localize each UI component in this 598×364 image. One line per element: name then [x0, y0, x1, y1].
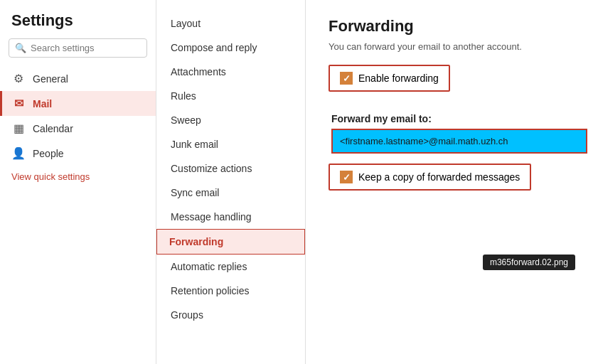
menu-item-sync[interactable]: Sync email — [156, 181, 305, 205]
keep-copy-box[interactable]: Keep a copy of forwarded messages — [329, 164, 531, 191]
menu-item-retention[interactable]: Retention policies — [156, 279, 305, 303]
menu-item-rules[interactable]: Rules — [156, 84, 305, 108]
people-icon: 👤 — [11, 146, 26, 160]
calendar-icon: ▦ — [11, 122, 26, 135]
page-subtitle: You can forward your email to another ac… — [329, 41, 575, 52]
keep-copy-checkbox[interactable] — [340, 171, 353, 183]
gear-icon: ⚙ — [11, 72, 26, 85]
view-quick-settings-link[interactable]: View quick settings — [0, 166, 156, 188]
menu-item-sweep[interactable]: Sweep — [156, 108, 305, 132]
forward-to-label: Forward my email to: — [331, 113, 575, 124]
menu-item-groups[interactable]: Groups — [156, 303, 305, 327]
main-content: Forwarding You can forward your email to… — [306, 0, 598, 364]
sidebar-item-people[interactable]: 👤 People — [0, 141, 156, 166]
sidebar: Settings 🔍 ⚙ General ✉ Mail ▦ Calendar 👤… — [0, 0, 156, 364]
menu-item-layout[interactable]: Layout — [156, 11, 305, 36]
sidebar-label-general: General — [33, 73, 68, 85]
sidebar-item-calendar[interactable]: ▦ Calendar — [0, 116, 156, 141]
menu-item-forwarding[interactable]: Forwarding — [156, 229, 305, 255]
sidebar-label-mail: Mail — [33, 98, 52, 109]
sidebar-label-calendar: Calendar — [33, 123, 73, 134]
menu-item-compose[interactable]: Compose and reply — [156, 36, 305, 60]
keep-copy-option[interactable]: Keep a copy of forwarded messages — [329, 164, 575, 191]
search-box[interactable]: 🔍 — [9, 38, 147, 58]
sidebar-label-people: People — [33, 148, 64, 159]
filename-badge: m365forward.02.png — [483, 255, 575, 270]
mail-icon: ✉ — [11, 97, 26, 110]
menu-item-junk[interactable]: Junk email — [156, 132, 305, 156]
menu-item-customize[interactable]: Customize actions — [156, 156, 305, 181]
menu-item-attachments[interactable]: Attachments — [156, 60, 305, 84]
enable-forwarding-checkbox[interactable] — [340, 72, 353, 85]
menu-item-auto-replies[interactable]: Automatic replies — [156, 255, 305, 279]
menu-item-message-handling[interactable]: Message handling — [156, 205, 305, 229]
enable-forwarding-option[interactable]: Enable forwarding — [329, 65, 450, 92]
middle-panel: Layout Compose and reply Attachments Rul… — [156, 0, 306, 364]
page-title: Forwarding — [329, 17, 575, 36]
sidebar-item-mail[interactable]: ✉ Mail — [0, 91, 156, 116]
settings-title: Settings — [0, 11, 156, 38]
enable-forwarding-label: Enable forwarding — [358, 73, 439, 84]
keep-copy-label: Keep a copy of forwarded messages — [358, 171, 520, 183]
search-icon: 🔍 — [15, 43, 26, 53]
search-input[interactable] — [31, 43, 141, 53]
sidebar-item-general[interactable]: ⚙ General — [0, 66, 156, 91]
email-input[interactable] — [331, 129, 587, 154]
